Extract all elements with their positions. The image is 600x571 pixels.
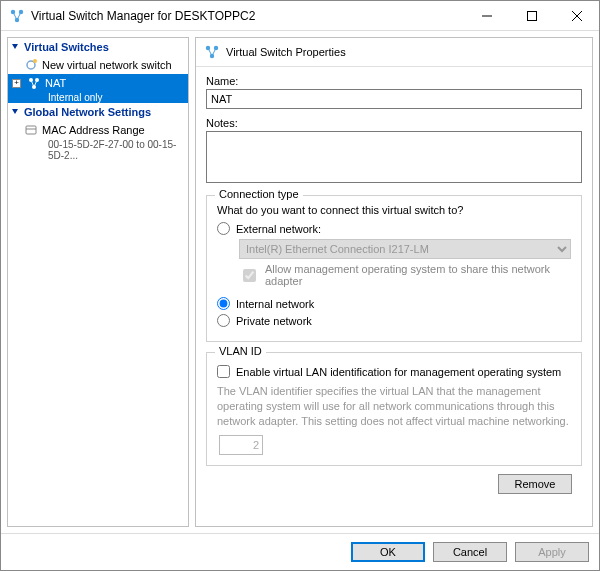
cancel-button[interactable]: Cancel	[433, 542, 507, 562]
main-header: Virtual Switch Properties	[196, 38, 592, 67]
mac-range-icon	[24, 123, 38, 137]
name-label: Name:	[206, 75, 582, 87]
sidebar-item-mac-range[interactable]: MAC Address Range	[8, 121, 188, 139]
internal-network-radio-row[interactable]: Internal network	[217, 297, 571, 310]
expand-icon[interactable]: +	[12, 79, 21, 88]
titlebar: Virtual Switch Manager for DESKTOPPC2	[1, 1, 599, 31]
switch-icon	[27, 76, 41, 90]
sidebar-item-nat[interactable]: + NAT Internal only	[8, 74, 188, 103]
connection-prompt: What do you want to connect this virtual…	[217, 204, 571, 216]
external-network-radio-row[interactable]: External network:	[217, 222, 571, 235]
close-button[interactable]	[554, 1, 599, 30]
sidebar-item-subtext: 00-15-5D-2F-27-00 to 00-15-5D-2...	[8, 139, 188, 161]
external-network-label: External network:	[236, 223, 321, 235]
switch-properties-icon	[204, 44, 220, 60]
vlan-id-input	[219, 435, 263, 455]
main-panel: Virtual Switch Properties Name: Notes: C…	[195, 37, 593, 527]
remove-row: Remove	[206, 466, 582, 494]
tree-header-global-settings[interactable]: Global Network Settings	[8, 103, 188, 121]
tree-header-virtual-switches[interactable]: Virtual Switches	[8, 38, 188, 56]
window-title: Virtual Switch Manager for DESKTOPPC2	[31, 9, 464, 23]
name-input[interactable]	[206, 89, 582, 109]
sidebar-item-label: MAC Address Range	[42, 124, 145, 136]
private-network-label: Private network	[236, 315, 312, 327]
private-network-radio[interactable]	[217, 314, 230, 327]
external-adapter-select: Intel(R) Ethernet Connection I217-LM	[239, 239, 571, 259]
new-switch-icon	[24, 58, 38, 72]
vlan-enable-label: Enable virtual LAN identification for ma…	[236, 366, 561, 378]
allow-mgmt-label: Allow management operating system to sha…	[265, 263, 571, 287]
svg-point-8	[33, 59, 37, 63]
svg-rect-4	[527, 11, 536, 20]
svg-rect-12	[26, 126, 36, 134]
apply-button[interactable]: Apply	[515, 542, 589, 562]
notes-input[interactable]	[206, 131, 582, 183]
allow-mgmt-row: Allow management operating system to sha…	[239, 263, 571, 287]
main-header-title: Virtual Switch Properties	[226, 46, 346, 58]
vlan-group: VLAN ID Enable virtual LAN identificatio…	[206, 352, 582, 466]
minimize-button[interactable]	[464, 1, 509, 30]
form: Name: Notes: Connection type What do you…	[196, 67, 592, 526]
body: Virtual Switches New virtual network swi…	[1, 31, 599, 533]
internal-network-radio[interactable]	[217, 297, 230, 310]
sidebar-item-label: New virtual network switch	[42, 59, 172, 71]
sidebar-item-subtext: Internal only	[8, 92, 188, 103]
sidebar-item-label: NAT	[45, 77, 66, 89]
vlan-enable-row[interactable]: Enable virtual LAN identification for ma…	[217, 365, 571, 378]
private-network-radio-row[interactable]: Private network	[217, 314, 571, 327]
app-icon	[9, 8, 25, 24]
notes-label: Notes:	[206, 117, 582, 129]
vlan-enable-checkbox[interactable]	[217, 365, 230, 378]
external-network-radio[interactable]	[217, 222, 230, 235]
sidebar-item-new-switch[interactable]: New virtual network switch	[8, 56, 188, 74]
vlan-legend: VLAN ID	[215, 345, 266, 357]
sidebar: Virtual Switches New virtual network swi…	[7, 37, 189, 527]
allow-mgmt-checkbox	[243, 269, 256, 282]
window-controls	[464, 1, 599, 30]
remove-button[interactable]: Remove	[498, 474, 572, 494]
vlan-help-text: The VLAN identifier specifies the virtua…	[217, 384, 571, 429]
maximize-button[interactable]	[509, 1, 554, 30]
connection-type-group: Connection type What do you want to conn…	[206, 195, 582, 342]
connection-type-legend: Connection type	[215, 188, 303, 200]
window: Virtual Switch Manager for DESKTOPPC2 Vi…	[0, 0, 600, 571]
footer: OK Cancel Apply	[1, 533, 599, 570]
internal-network-label: Internal network	[236, 298, 314, 310]
ok-button[interactable]: OK	[351, 542, 425, 562]
